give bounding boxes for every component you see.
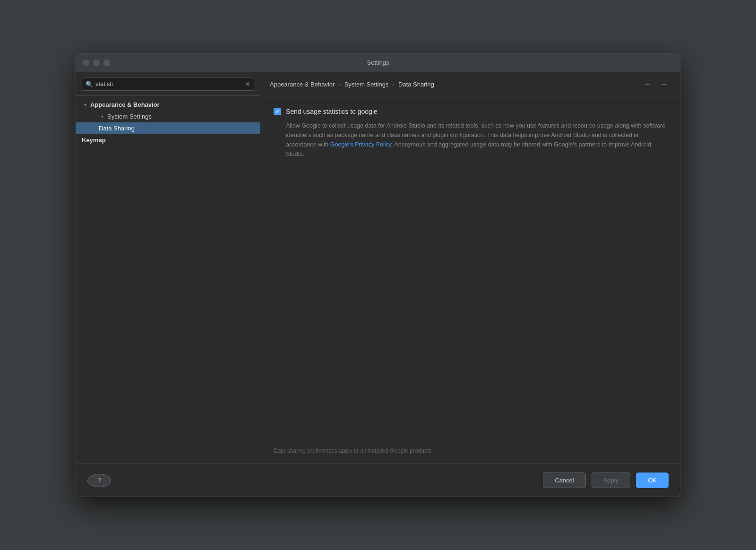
window-controls: [83, 60, 110, 66]
apply-button[interactable]: Apply: [592, 473, 631, 488]
breadcrumb: Appearance & Behavior › System Settings …: [260, 72, 680, 96]
forward-button[interactable]: →: [657, 79, 670, 89]
search-wrapper: 🔍 ✕: [82, 77, 254, 91]
ok-button[interactable]: OK: [636, 473, 669, 488]
send-stats-label: Send usage statistics to google: [286, 108, 378, 115]
breadcrumb-navigation: ← →: [641, 79, 670, 89]
cancel-button[interactable]: Cancel: [543, 473, 585, 488]
sidebar-item-label: Data Sharing: [99, 125, 135, 132]
bottom-bar: ? Cancel Apply OK: [76, 464, 680, 497]
sidebar-item-label: Keymap: [82, 137, 106, 144]
right-panel: Appearance & Behavior › System Settings …: [260, 72, 680, 464]
window-title: Settings: [367, 59, 389, 66]
back-button[interactable]: ←: [641, 79, 654, 89]
chevron-down-icon: ▾: [99, 113, 105, 120]
title-bar: Settings: [76, 53, 680, 72]
sidebar-item-appearance-behavior[interactable]: ▾ Appearance & Behavior: [76, 99, 260, 111]
privacy-policy-link[interactable]: Google's Privacy Policy: [330, 141, 391, 148]
description-text: Allow Google to collect usage data for A…: [286, 121, 667, 159]
search-clear-button[interactable]: ✕: [245, 80, 250, 88]
sidebar-item-label: System Settings: [107, 113, 152, 120]
breadcrumb-sep-1: ›: [338, 81, 340, 88]
sidebar: 🔍 ✕ ▾ Appearance & Behavior ▾ System Set…: [76, 72, 260, 464]
main-content: 🔍 ✕ ▾ Appearance & Behavior ▾ System Set…: [76, 72, 680, 464]
help-button[interactable]: ?: [87, 474, 111, 487]
close-button[interactable]: [83, 60, 89, 66]
breadcrumb-data-sharing: Data Sharing: [398, 81, 434, 88]
chevron-down-icon: ▾: [82, 102, 88, 108]
sidebar-item-data-sharing[interactable]: Data Sharing: [76, 122, 260, 134]
footer-note: Data sharing preferences apply to all in…: [274, 447, 433, 454]
breadcrumb-appearance: Appearance & Behavior: [270, 81, 335, 88]
minimize-button[interactable]: [93, 60, 100, 66]
sidebar-item-keymap[interactable]: Keymap: [76, 134, 260, 146]
sidebar-nav: ▾ Appearance & Behavior ▾ System Setting…: [76, 96, 260, 464]
sidebar-item-label: Appearance & Behavior: [90, 101, 160, 108]
maximize-button[interactable]: [103, 60, 110, 66]
send-stats-row: Send usage statistics to google: [274, 108, 667, 115]
search-container: 🔍 ✕: [76, 72, 260, 96]
sidebar-item-system-settings[interactable]: ▾ System Settings: [76, 111, 260, 122]
breadcrumb-system: System Settings: [344, 81, 389, 88]
settings-dialog: Settings 🔍 ✕ ▾ Appearance & Behavior: [76, 53, 680, 497]
send-stats-checkbox[interactable]: [274, 108, 281, 115]
breadcrumb-sep-2: ›: [393, 81, 395, 88]
content-area: Send usage statistics to google Allow Go…: [260, 96, 680, 464]
search-input[interactable]: [82, 77, 254, 91]
